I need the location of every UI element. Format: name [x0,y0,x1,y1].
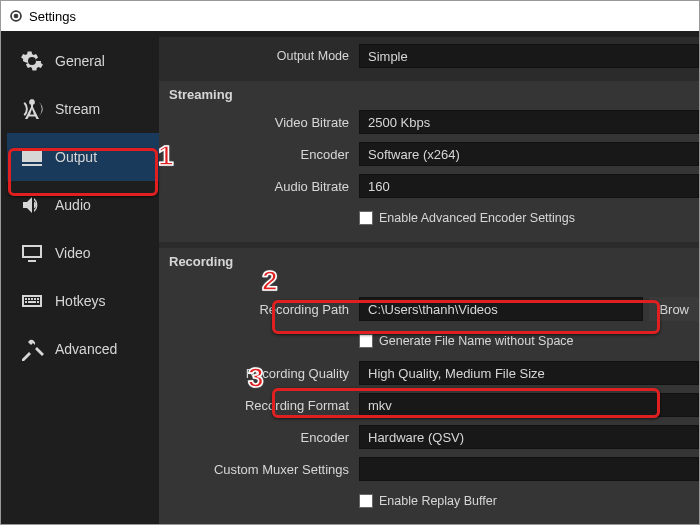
video-bitrate-label: Video Bitrate [159,115,359,130]
recording-quality-select[interactable]: High Quality, Medium File Size [359,361,699,385]
generate-filename-label: Generate File Name without Space [379,334,574,348]
enable-replay-buffer-label: Enable Replay Buffer [379,494,497,508]
recording-quality-label: Recording Quality [159,366,359,381]
generate-filename-checkbox[interactable] [359,334,373,348]
custom-muxer-label: Custom Muxer Settings [159,462,359,477]
streaming-encoder-select[interactable]: Software (x264) [359,142,699,166]
sidebar-item-output[interactable]: Output [7,133,159,181]
tools-icon [19,336,45,362]
recording-section: Recording Recording Path C:\Users\thanh\… [159,248,699,525]
monitor-icon [19,240,45,266]
output-mode-select[interactable]: Simple [359,44,699,68]
sidebar-item-advanced[interactable]: Advanced [7,325,159,373]
keyboard-icon [19,288,45,314]
recording-encoder-label: Encoder [159,430,359,445]
window-title: Settings [29,9,76,24]
svg-point-2 [14,14,19,19]
recording-format-select[interactable]: mkv [359,393,699,417]
video-bitrate-input[interactable]: 2500 Kbps [359,110,699,134]
settings-panel-output: Output Mode Simple Streaming Video Bitra… [159,37,699,525]
sidebar-item-stream[interactable]: Stream [7,85,159,133]
speaker-icon [19,192,45,218]
recording-encoder-select[interactable]: Hardware (QSV) [359,425,699,449]
sidebar-item-hotkeys[interactable]: Hotkeys [7,277,159,325]
audio-bitrate-label: Audio Bitrate [159,179,359,194]
streaming-section: Streaming Video Bitrate 2500 Kbps Encode… [159,81,699,242]
custom-muxer-input[interactable] [359,457,699,481]
recording-path-label: Recording Path [159,302,359,317]
sidebar-item-label: Stream [55,101,100,117]
sidebar-item-label: Hotkeys [55,293,106,309]
recording-format-label: Recording Format [159,398,359,413]
enable-advanced-encoder-checkbox[interactable] [359,211,373,225]
sidebar-item-label: General [55,53,105,69]
gear-icon [19,48,45,74]
streaming-title: Streaming [159,87,699,108]
recording-path-browse-button[interactable]: Brow [649,297,699,321]
output-mode-label: Output Mode [159,49,359,63]
recording-path-input[interactable]: C:\Users\thanh\Videos [359,297,643,321]
sidebar-item-audio[interactable]: Audio [7,181,159,229]
sidebar-item-label: Advanced [55,341,117,357]
enable-replay-buffer-checkbox[interactable] [359,494,373,508]
sidebar-item-label: Output [55,149,97,165]
sidebar-item-label: Audio [55,197,91,213]
antenna-icon [19,96,45,122]
app-icon [9,9,23,23]
audio-bitrate-select[interactable]: 160 [359,174,699,198]
sidebar-item-general[interactable]: General [7,37,159,85]
window-titlebar: Settings [1,1,699,31]
settings-sidebar: General Stream Output Audio Video Hotkey… [7,37,159,525]
enable-advanced-encoder-label: Enable Advanced Encoder Settings [379,211,575,225]
sidebar-item-label: Video [55,245,91,261]
recording-title: Recording [159,254,699,275]
sidebar-item-video[interactable]: Video [7,229,159,277]
streaming-encoder-label: Encoder [159,147,359,162]
output-icon [19,144,45,170]
